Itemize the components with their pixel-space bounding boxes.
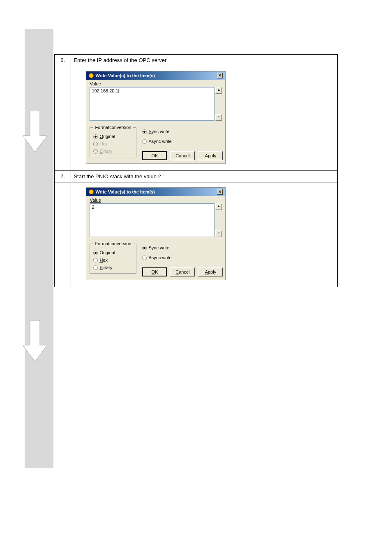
step-screenshot-cell: Write Value(s) to the Item(s) ✕ Value ▲ …: [71, 182, 338, 287]
svg-marker-0: [23, 111, 47, 152]
format-conversion-legend: Formatconversion: [93, 125, 133, 130]
app-icon: [89, 189, 94, 194]
header-line: [53, 29, 337, 29]
radio-hex[interactable]: Hex: [93, 258, 133, 263]
radio-sync-write[interactable]: Sync write: [142, 129, 223, 134]
step-spacer: [55, 182, 71, 287]
scroll-up-icon[interactable]: ▲: [215, 203, 222, 210]
format-conversion-group: Formatconversion Original Hex: [90, 125, 136, 157]
scroll-up-icon[interactable]: ▲: [215, 87, 222, 94]
step-description: Enter the IP address of the OPC server: [71, 55, 338, 66]
value-label: Value: [90, 198, 222, 203]
value-input[interactable]: [90, 87, 214, 121]
apply-button[interactable]: Apply: [198, 151, 223, 160]
radio-binary[interactable]: Binary: [93, 265, 133, 270]
radio-icon: [93, 258, 98, 263]
apply-button[interactable]: Apply: [198, 267, 223, 276]
cancel-button[interactable]: Cancel: [170, 267, 195, 276]
ok-button[interactable]: OK: [142, 267, 167, 276]
scroll-down-icon[interactable]: ▼: [215, 230, 222, 237]
step-screenshot-cell: Write Value(s) to the Item(s) ✕ Value ▲ …: [71, 66, 338, 171]
step-number: 7.: [55, 171, 71, 182]
scrollbar[interactable]: ▲ ▼: [215, 203, 222, 237]
ok-button[interactable]: OK: [142, 151, 167, 160]
app-icon: [89, 73, 94, 78]
format-conversion-group: Formatconversion Original Hex: [90, 241, 136, 274]
cancel-button[interactable]: Cancel: [170, 151, 195, 160]
radio-icon: [142, 256, 147, 260]
value-input[interactable]: [90, 203, 214, 237]
radio-icon: [93, 149, 98, 154]
radio-icon: [93, 142, 98, 146]
radio-async-write[interactable]: Async write: [142, 139, 223, 144]
svg-marker-1: [23, 320, 47, 362]
radio-async-write[interactable]: Async write: [142, 255, 223, 260]
write-value-dialog: Write Value(s) to the Item(s) ✕ Value ▲ …: [86, 71, 226, 164]
radio-icon: [142, 129, 147, 134]
scroll-down-icon[interactable]: ▼: [215, 114, 222, 121]
step-number: 6.: [55, 55, 71, 66]
dialog-title-text: Write Value(s) to the Item(s): [95, 189, 155, 194]
steps-table: 6. Enter the IP address of the OPC serve…: [54, 54, 338, 287]
step-spacer: [55, 66, 71, 171]
close-icon[interactable]: ✕: [217, 189, 223, 195]
radio-original[interactable]: Original: [93, 134, 133, 139]
sidebar: [25, 29, 53, 468]
radio-icon: [93, 251, 98, 255]
flow-arrow-down: [23, 320, 55, 362]
radio-icon: [93, 134, 98, 139]
dialog-title-text: Write Value(s) to the Item(s): [95, 73, 155, 78]
radio-icon: [142, 246, 147, 250]
radio-icon: [142, 139, 147, 144]
close-icon[interactable]: ✕: [217, 73, 223, 78]
radio-binary: Binary: [93, 149, 133, 154]
dialog-titlebar: Write Value(s) to the Item(s) ✕: [86, 188, 225, 196]
format-conversion-legend: Formatconversion: [93, 241, 133, 246]
scrollbar[interactable]: ▲ ▼: [215, 87, 222, 121]
write-value-dialog: Write Value(s) to the Item(s) ✕ Value ▲ …: [86, 187, 226, 280]
value-label: Value: [90, 81, 222, 86]
radio-icon: [93, 265, 98, 270]
dialog-titlebar: Write Value(s) to the Item(s) ✕: [86, 71, 225, 80]
radio-sync-write[interactable]: Sync write: [142, 245, 223, 250]
step-description: Start the PNIO stack with the value 2: [71, 171, 338, 182]
radio-original[interactable]: Original: [93, 250, 133, 255]
flow-arrow-down: [23, 111, 55, 152]
radio-hex: Hex: [93, 141, 133, 146]
